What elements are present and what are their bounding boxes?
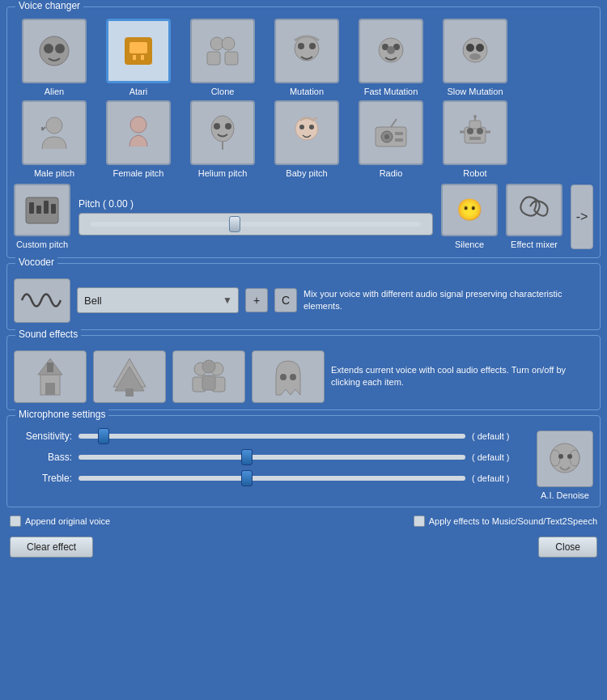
apply-effects-checkbox[interactable] (414, 515, 425, 527)
vocoder-clear-button[interactable]: C (274, 288, 297, 312)
voice-label-mutation: Mutation (290, 87, 324, 97)
voice-item-female-pitch[interactable]: Female pitch (98, 100, 179, 179)
close-button[interactable]: Close (538, 537, 597, 558)
svg-rect-10 (225, 52, 238, 65)
mic-sliders: Sensitivity: ( default ) Bass: ( default… (14, 431, 528, 484)
ai-denoise-item[interactable]: A.I. Denoise (537, 431, 593, 500)
clear-effect-button[interactable]: Clear effect (10, 537, 93, 558)
sensitivity-thumb[interactable] (98, 428, 109, 444)
voice-item-alien[interactable]: Alien (14, 19, 95, 97)
bass-row: Bass: ( default ) (14, 452, 528, 463)
sfx-forest-icon[interactable] (93, 350, 166, 403)
sfx-crowd-icon[interactable] (172, 350, 245, 403)
svg-rect-9 (207, 52, 220, 65)
apply-effects-check[interactable]: Apply effects to Music/Sound/Text2Speech (414, 515, 597, 527)
voice-icon-atari (106, 19, 171, 83)
treble-track[interactable] (79, 476, 465, 481)
svg-point-12 (298, 43, 304, 49)
arrow-button[interactable]: -> (571, 185, 593, 249)
svg-point-45 (473, 115, 477, 118)
svg-rect-4 (129, 42, 147, 53)
vocoder-add-button[interactable]: + (245, 288, 268, 312)
treble-thumb[interactable] (241, 470, 253, 486)
svg-point-71 (558, 454, 563, 459)
effect-mixer-item[interactable]: Effect mixer (506, 184, 562, 250)
voice-label-radio: Radio (380, 168, 403, 179)
voice-item-mutation[interactable]: Mutation (266, 19, 347, 97)
svg-point-72 (567, 454, 572, 459)
voice-label-fast-mutation: Fast Mutation (364, 87, 418, 97)
voice-label-alien: Alien (45, 87, 64, 97)
svg-point-13 (309, 43, 316, 49)
svg-point-22 (46, 117, 62, 134)
sfx-inner: Extends current voice with cool audio ef… (14, 350, 593, 403)
voice-item-radio[interactable]: Radio (350, 100, 431, 179)
sfx-church-icon[interactable] (14, 350, 87, 403)
forest-svg (105, 354, 154, 399)
wave-svg (20, 284, 65, 316)
append-original-checkbox[interactable] (10, 515, 21, 527)
microphone-label: Microphone settings (15, 409, 108, 420)
svg-rect-59 (125, 388, 134, 397)
sound-effects-label: Sound effects (15, 329, 81, 340)
voice-icon-clone (190, 19, 255, 83)
bass-track[interactable] (79, 455, 465, 460)
svg-rect-56 (45, 383, 55, 395)
append-original-check[interactable]: Append original voice (10, 515, 110, 527)
bottom-checkboxes: Append original voice Apply effects to M… (6, 512, 601, 530)
voice-icon-slow-mutation (443, 19, 507, 83)
svg-rect-49 (29, 202, 34, 214)
voice-label-atari: Atari (129, 87, 148, 97)
custom-pitch-icon (14, 184, 70, 236)
voice-item-baby-pitch[interactable]: Baby pitch (266, 100, 347, 179)
svg-line-38 (391, 119, 397, 127)
svg-point-19 (466, 44, 474, 52)
voice-item-helium-pitch[interactable]: Helium pitch (182, 100, 263, 179)
voice-icon-mutation (274, 19, 339, 83)
custom-pitch-item[interactable]: Custom pitch (14, 184, 70, 250)
svg-point-42 (477, 128, 483, 134)
svg-point-25 (130, 117, 146, 133)
pitch-slider-area: Pitch ( 0.00 ) (79, 198, 433, 235)
bass-label: Bass: (14, 452, 72, 463)
svg-point-62 (202, 360, 215, 373)
svg-point-28 (214, 123, 220, 129)
svg-rect-40 (469, 121, 481, 129)
bass-default: ( default ) (472, 452, 528, 462)
sensitivity-track[interactable] (79, 434, 465, 439)
sensitivity-row: Sensitivity: ( default ) (14, 431, 528, 442)
sensitivity-label: Sensitivity: (14, 431, 72, 442)
svg-point-67 (290, 374, 296, 380)
sfx-description: Extends current voice with cool audio ef… (331, 364, 593, 389)
svg-point-11 (295, 36, 319, 61)
svg-point-20 (476, 44, 484, 52)
pitch-track[interactable] (91, 222, 421, 227)
svg-rect-52 (51, 204, 56, 214)
sound-effects-section: Sound effects (6, 335, 601, 410)
bass-thumb[interactable] (241, 449, 253, 465)
voice-item-atari[interactable]: Atari (98, 19, 179, 97)
voice-icon-helium-pitch (190, 100, 255, 165)
silence-item[interactable]: 😶 Silence (441, 184, 498, 250)
svg-point-29 (225, 123, 231, 129)
apply-effects-label: Apply effects to Music/Sound/Text2Speech (429, 516, 597, 526)
vocoder-section: Vocoder BellSineSquareTriangleSawtooth ▼… (6, 263, 601, 330)
voice-item-slow-mutation[interactable]: Slow Mutation (435, 19, 516, 97)
sfx-ghost-icon[interactable] (252, 350, 325, 403)
voice-item-robot[interactable]: Robot (435, 100, 516, 179)
svg-rect-55 (47, 363, 53, 372)
svg-rect-50 (36, 206, 41, 214)
voice-changer-label: Voice changer (15, 0, 83, 11)
voice-icon-baby-pitch (274, 100, 339, 165)
vocoder-dropdown[interactable]: BellSineSquareTriangleSawtooth (77, 287, 239, 313)
voice-item-male-pitch[interactable]: Male pitch (14, 100, 95, 179)
voice-item-fast-mutation[interactable]: Fast Mutation (350, 19, 431, 97)
sensitivity-default: ( default ) (472, 431, 528, 441)
vocoder-label: Vocoder (15, 257, 57, 268)
custom-pitch-row: Custom pitch Pitch ( 0.00 ) 😶 Silence (14, 184, 593, 250)
vocoder-description: Mix your voice with different audio sign… (304, 288, 593, 313)
pitch-thumb[interactable] (229, 216, 240, 232)
svg-point-2 (55, 44, 65, 53)
ai-denoise-svg (543, 436, 588, 481)
voice-item-clone[interactable]: Clone (182, 19, 263, 97)
